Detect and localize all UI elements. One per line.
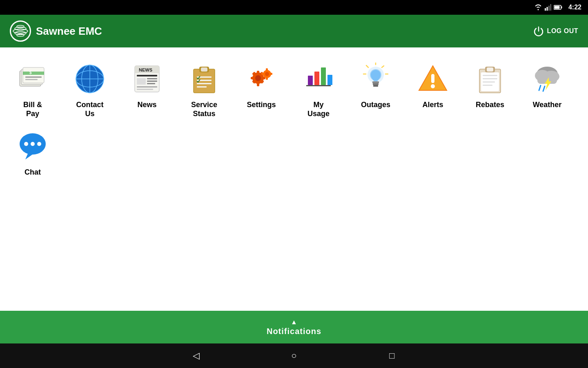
notifications-arrow: ▲: [291, 319, 297, 326]
alerts-item[interactable]: Alerts: [404, 56, 461, 123]
svg-rect-29: [137, 75, 157, 76]
status-bar: 4:22: [0, 0, 588, 15]
svg-marker-96: [25, 154, 33, 159]
bill-pay-label: Bill &Pay: [23, 101, 42, 118]
svg-rect-83: [487, 67, 493, 72]
settings-icon: [243, 61, 280, 97]
my-usage-label: MyUsage: [307, 101, 330, 118]
outages-item[interactable]: Outages: [347, 56, 404, 123]
svg-text:NEWS: NEWS: [139, 67, 152, 72]
weather-icon: [529, 61, 566, 97]
svg-line-71: [382, 66, 384, 67]
svg-rect-68: [373, 83, 379, 85]
grid-row-1: $ Bill &Pay ContactUs: [4, 56, 584, 123]
svg-rect-16: [23, 72, 44, 75]
service-status-item[interactable]: ServiceStatus: [176, 56, 233, 123]
svg-rect-43: [197, 86, 207, 88]
svg-rect-85: [483, 78, 497, 79]
svg-line-94: [543, 86, 545, 91]
rebates-icon: [472, 61, 508, 97]
svg-line-93: [539, 85, 541, 90]
svg-rect-77: [431, 74, 434, 83]
svg-point-78: [431, 84, 435, 88]
power-icon: [533, 26, 544, 36]
logout-button[interactable]: LOG OUT: [533, 26, 578, 36]
svg-rect-64: [327, 75, 332, 85]
svg-rect-39: [201, 67, 207, 72]
weather-label: Weather: [533, 101, 562, 110]
svg-rect-35: [137, 89, 153, 90]
bill-pay-item[interactable]: $ Bill &Pay: [4, 56, 61, 123]
svg-rect-32: [147, 81, 157, 82]
svg-rect-59: [270, 73, 272, 75]
my-usage-item[interactable]: MyUsage: [290, 56, 347, 123]
status-icons: 4:22: [534, 4, 581, 11]
grid-row-2: Chat: [4, 123, 584, 182]
contact-us-icon: [71, 61, 108, 97]
svg-rect-67: [372, 81, 379, 83]
svg-rect-17: [25, 76, 42, 78]
svg-rect-46: [257, 71, 259, 74]
svg-rect-87: [483, 85, 492, 86]
svg-rect-31: [147, 78, 157, 79]
svg-point-97: [24, 142, 28, 146]
svg-rect-5: [561, 7, 562, 9]
svg-rect-0: [545, 8, 546, 11]
outages-label: Outages: [361, 101, 390, 110]
svg-rect-15: [23, 67, 44, 83]
chat-item[interactable]: Chat: [4, 123, 61, 182]
svg-point-45: [255, 75, 261, 81]
svg-rect-47: [257, 83, 259, 86]
svg-rect-2: [548, 6, 550, 11]
svg-rect-18: [25, 79, 38, 80]
svg-rect-33: [147, 83, 155, 84]
svg-rect-1: [546, 7, 548, 11]
settings-label: Settings: [247, 101, 276, 110]
battery-icon: [554, 4, 563, 10]
notifications-bar[interactable]: ▲ Notifications: [0, 311, 588, 343]
svg-rect-84: [483, 75, 497, 76]
notifications-label: Notifications: [267, 327, 321, 336]
home-button[interactable]: ○: [286, 348, 302, 364]
alerts-label: Alerts: [422, 101, 443, 110]
svg-point-55: [265, 72, 269, 76]
svg-rect-6: [554, 6, 559, 9]
svg-rect-62: [314, 72, 319, 85]
logo-icon: [10, 20, 31, 42]
back-button[interactable]: ◁: [188, 348, 204, 364]
svg-point-98: [31, 142, 35, 146]
wifi-icon: [534, 4, 542, 11]
news-icon: NEWS: [129, 61, 165, 97]
bill-pay-icon: $: [14, 61, 51, 97]
settings-item[interactable]: Settings: [233, 56, 290, 123]
svg-rect-60: [306, 85, 331, 86]
contact-us-item[interactable]: ContactUs: [61, 56, 118, 123]
svg-rect-56: [266, 68, 268, 71]
signal-icon: [545, 4, 551, 11]
svg-rect-61: [308, 76, 313, 85]
my-usage-icon: [300, 61, 337, 97]
svg-text:$: $: [29, 70, 32, 75]
logout-label: LOG OUT: [547, 27, 578, 35]
svg-rect-86: [483, 81, 495, 83]
svg-rect-58: [261, 73, 264, 75]
alerts-icon: [414, 61, 451, 97]
news-label: News: [137, 101, 156, 110]
news-item[interactable]: NEWS News: [118, 56, 176, 123]
svg-rect-48: [251, 77, 254, 79]
svg-rect-63: [321, 67, 326, 85]
svg-rect-34: [137, 86, 157, 88]
chat-label: Chat: [24, 168, 41, 177]
contact-us-label: ContactUs: [76, 101, 104, 118]
recent-apps-button[interactable]: □: [384, 348, 400, 364]
main-content: $ Bill &Pay ContactUs: [0, 47, 588, 311]
svg-rect-30: [137, 78, 146, 85]
rebates-item[interactable]: Rebates: [461, 56, 519, 123]
svg-rect-3: [550, 4, 551, 11]
app-logo: Sawnee EMC: [10, 20, 102, 42]
service-status-icon: [186, 61, 223, 97]
weather-item[interactable]: Weather: [519, 56, 576, 123]
service-status-label: ServiceStatus: [191, 101, 217, 118]
outages-icon: [357, 61, 394, 97]
svg-rect-69: [373, 85, 378, 87]
